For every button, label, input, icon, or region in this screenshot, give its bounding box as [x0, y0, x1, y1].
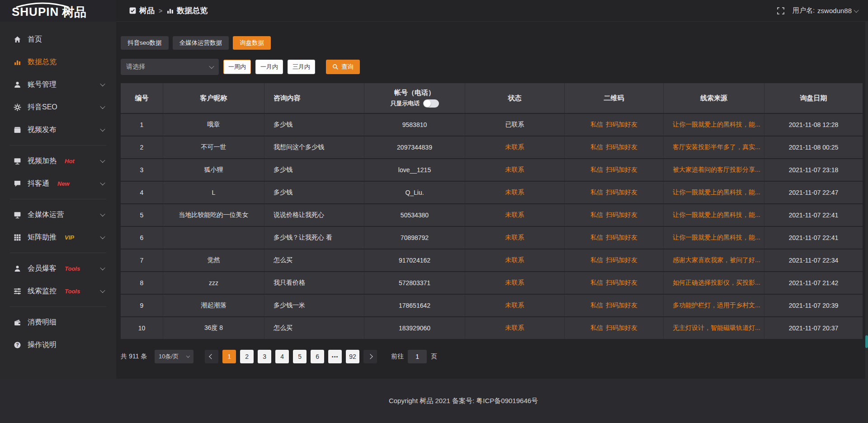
- sidebar-item-matrix-boost[interactable]: 矩阵助推 VIP: [0, 226, 116, 249]
- tab-omni-media-data[interactable]: 全媒体运营数据: [173, 36, 229, 50]
- page-button-1[interactable]: 1: [222, 350, 236, 363]
- cell-date: 2021-11-07 22:41: [764, 204, 863, 226]
- scan-add-friend-link[interactable]: 扫码加好友: [606, 256, 637, 264]
- dm-link[interactable]: 私信: [590, 256, 603, 264]
- table-row: 8 zzz 我只看价格 572803371 未联系 私信扫码加好友 如何正确选择…: [121, 271, 863, 294]
- dm-link[interactable]: 私信: [590, 279, 603, 287]
- dm-link[interactable]: 私信: [590, 143, 603, 151]
- lead-source-link[interactable]: 如何正确选择投影仪，买投影...: [664, 272, 764, 294]
- dm-link[interactable]: 私信: [590, 234, 603, 242]
- scan-add-friend-link[interactable]: 扫码加好友: [606, 234, 637, 242]
- select-placeholder: 请选择: [126, 63, 145, 71]
- scan-add-friend-link[interactable]: 扫码加好友: [606, 279, 637, 287]
- scrollbar-track[interactable]: [865, 0, 868, 423]
- tools-badge: Tools: [65, 265, 80, 272]
- lead-source-link[interactable]: 让你一眼就爱上的黑科技，能...: [664, 204, 764, 226]
- cell-nickname: 潮起潮落: [163, 295, 264, 316]
- lead-source-link[interactable]: 客厅安装投影半年多了，真实...: [664, 136, 764, 158]
- breadcrumb-current[interactable]: 数据总览: [166, 5, 208, 16]
- scan-add-friend-link[interactable]: 扫码加好友: [606, 301, 637, 310]
- cell-account: 50534380: [364, 204, 465, 226]
- range-month-button[interactable]: 一月内: [255, 60, 283, 74]
- status-badge: 未联系: [465, 136, 565, 158]
- cell-inquiry: 多少钱: [264, 182, 364, 203]
- chevron-right-icon: [368, 354, 373, 359]
- sidebar-item-label: 抖音SEO: [28, 103, 57, 112]
- dm-link[interactable]: 私信: [590, 121, 603, 129]
- account-select[interactable]: 请选择: [121, 59, 219, 75]
- sidebar-item-data-overview[interactable]: 数据总览: [0, 51, 116, 73]
- user-menu[interactable]: 用户名: zswodun88: [793, 6, 858, 15]
- lead-source-link[interactable]: 让你一眼就爱上的黑科技，能...: [664, 182, 764, 203]
- sidebar-item-spending-details[interactable]: 消费明细: [0, 311, 116, 334]
- cell-qrcode: 私信扫码加好友: [565, 272, 664, 294]
- lead-source-link[interactable]: 多功能护栏灯，适用于乡村文...: [664, 295, 764, 316]
- scan-add-friend-link[interactable]: 扫码加好友: [606, 166, 637, 174]
- dm-link[interactable]: 私信: [590, 324, 603, 332]
- page-button-3[interactable]: 3: [258, 350, 271, 363]
- sidebar-item-account-management[interactable]: 账号管理: [0, 73, 116, 96]
- page-button-5[interactable]: 5: [293, 350, 307, 363]
- search-icon: [332, 64, 339, 70]
- cell-inquiry: 多少钱一米: [264, 295, 364, 316]
- cell-date: 2021-11-07 20:39: [764, 295, 863, 316]
- scan-add-friend-link[interactable]: 扫码加好友: [606, 143, 637, 151]
- status-badge: 未联系: [465, 182, 565, 203]
- tab-inquiry-data[interactable]: 询盘数据: [233, 36, 271, 50]
- home-icon: [14, 36, 21, 43]
- page-button-92[interactable]: 92: [346, 350, 359, 363]
- cell-qrcode: 私信扫码加好友: [565, 227, 664, 249]
- lead-source-link[interactable]: 让你一眼就爱上的黑科技，能...: [664, 227, 764, 249]
- scrollbar-thumb[interactable]: [865, 335, 868, 348]
- dm-link[interactable]: 私信: [590, 188, 603, 197]
- lead-source-link[interactable]: 无主灯设计，智能磁吸轨道灯...: [664, 317, 764, 339]
- status-badge: 已联系: [465, 114, 565, 136]
- sidebar-item-douketong[interactable]: 抖客通 New: [0, 172, 116, 195]
- page-size-select[interactable]: 10条/页: [155, 350, 193, 363]
- sidebar-item-omni-media[interactable]: 全媒体运营: [0, 203, 116, 226]
- range-week-button[interactable]: 一周内: [223, 60, 251, 74]
- scan-add-friend-link[interactable]: 扫码加好友: [606, 188, 637, 197]
- fullscreen-icon[interactable]: [777, 7, 784, 14]
- phone-only-toggle[interactable]: [423, 99, 439, 108]
- breadcrumb-separator: >: [159, 7, 162, 14]
- sidebar-item-lead-monitor[interactable]: 线索监控 Tools: [0, 280, 116, 302]
- lead-source-link[interactable]: 感谢大家喜欢我家，被问了好...: [664, 249, 764, 271]
- scan-add-friend-link[interactable]: 扫码加好友: [606, 211, 637, 219]
- page-footer: Copyright 树品 2021 备案号: 粤ICP备09019646号: [0, 379, 868, 423]
- scan-add-friend-link[interactable]: 扫码加好友: [606, 324, 637, 332]
- page-button-4[interactable]: 4: [275, 350, 289, 363]
- page-button-2[interactable]: 2: [240, 350, 254, 363]
- query-button[interactable]: 查询: [326, 60, 360, 74]
- range-quarter-button[interactable]: 三月内: [288, 60, 315, 74]
- goto-page-input[interactable]: [408, 350, 427, 363]
- dm-link[interactable]: 私信: [590, 166, 603, 174]
- sidebar-item-home[interactable]: 首页: [0, 28, 116, 51]
- tab-douyin-seo-data[interactable]: 抖音seo数据: [121, 36, 169, 50]
- breadcrumb: 树品 > 数据总览: [129, 5, 208, 16]
- sidebar-item-member-baoke[interactable]: 会员爆客 Tools: [0, 257, 116, 280]
- sidebar-item-douyin-seo[interactable]: 抖音SEO: [0, 96, 116, 118]
- breadcrumb-root[interactable]: 树品: [129, 5, 155, 16]
- username-label: 用户名:: [793, 6, 815, 15]
- sidebar-item-instructions[interactable]: ? 操作说明: [0, 334, 116, 356]
- app-logo: SHUPIN 树品: [0, 0, 116, 22]
- dm-link[interactable]: 私信: [590, 301, 603, 310]
- more-pages-button[interactable]: •••: [328, 350, 342, 363]
- sidebar-item-video-publish[interactable]: 视频发布: [0, 118, 116, 141]
- page-button-6[interactable]: 6: [311, 350, 324, 363]
- sidebar-item-video-heating[interactable]: 视频加热 Hot: [0, 150, 116, 172]
- cell-no: 5: [121, 204, 163, 226]
- vip-badge: VIP: [65, 234, 74, 241]
- prev-page-button[interactable]: [205, 350, 218, 363]
- goto-unit-label: 页: [431, 352, 437, 361]
- lead-source-link[interactable]: 让你一眼就爱上的黑科技，能...: [664, 114, 764, 136]
- next-page-button[interactable]: [363, 350, 377, 363]
- dm-link[interactable]: 私信: [590, 211, 603, 219]
- filter-bar: 请选择 一周内 一月内 三月内 查询: [121, 59, 863, 75]
- scan-add-friend-link[interactable]: 扫码加好友: [606, 121, 637, 129]
- lead-source-link[interactable]: 被大家追着问的客厅投影分享...: [664, 159, 764, 181]
- col-header-nickname: 客户昵称: [163, 83, 264, 113]
- logo-arc: [14, 2, 71, 8]
- cell-no: 4: [121, 182, 163, 203]
